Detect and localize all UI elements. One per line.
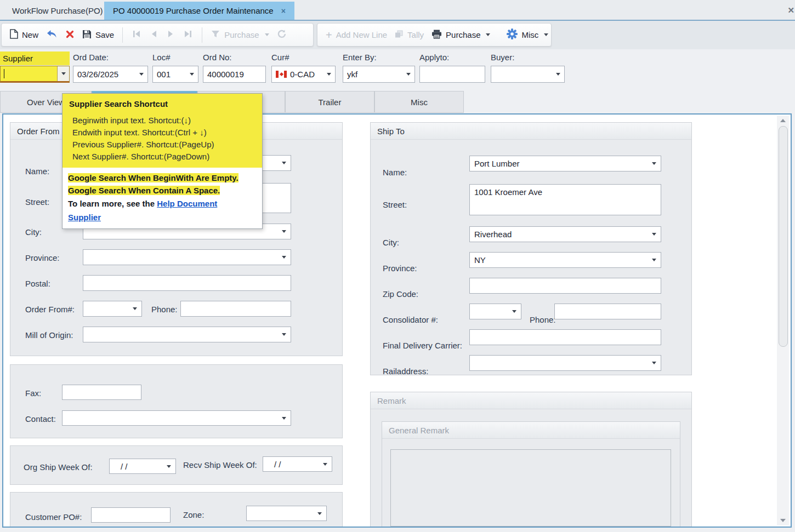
misc-label: Misc xyxy=(521,30,538,39)
city-label: City: xyxy=(383,238,399,247)
chevron-down-icon xyxy=(282,333,286,336)
supplier-link[interactable]: Supplier xyxy=(68,213,101,222)
page-tab-trailer[interactable]: Trailer xyxy=(285,91,374,113)
tab-workflow-purchase[interactable]: WorkFlow Purchase(PO) xyxy=(3,2,112,20)
chevron-down-icon xyxy=(282,162,286,164)
zip-code-input[interactable] xyxy=(469,278,661,294)
enter-by-value: ykf xyxy=(347,70,406,79)
nav-first-button[interactable] xyxy=(131,30,142,40)
buyer-combobox[interactable] xyxy=(491,66,565,83)
vertical-scrollbar[interactable] xyxy=(777,116,789,525)
nav-next-icon xyxy=(166,30,175,40)
customer-po-input[interactable] xyxy=(91,507,171,523)
toolbar-group-actions: + Add New Line Tally Purchase Misc xyxy=(317,23,552,47)
tally-copy-icon xyxy=(395,30,404,40)
page-tab-misc[interactable]: Misc xyxy=(374,91,464,113)
zone-label: Zone: xyxy=(183,510,204,519)
nav-next-button[interactable] xyxy=(166,30,175,40)
ord-no-value: 40000019 xyxy=(207,70,262,79)
general-remark-textarea[interactable] xyxy=(390,449,671,527)
cur-combobox[interactable]: 0-CAD xyxy=(271,66,336,83)
nav-previous-button[interactable] xyxy=(150,30,158,40)
enter-by-combobox[interactable]: ykf xyxy=(343,66,415,83)
postal-label: Postal: xyxy=(25,279,50,288)
fax-input[interactable] xyxy=(62,385,141,400)
tally-button[interactable]: Tally xyxy=(395,30,424,40)
ship-to-name-combobox[interactable]: Port Lumber xyxy=(469,156,661,171)
consolidator-combobox[interactable] xyxy=(469,304,521,319)
order-from-postal-input[interactable] xyxy=(83,275,291,291)
new-button[interactable]: New xyxy=(10,29,38,41)
buyer-label: Buyer: xyxy=(491,53,514,62)
chevron-down-icon xyxy=(282,230,286,233)
ship-week-group: Org Ship Week Of: / / Recv Ship Week Of:… xyxy=(10,445,343,485)
toolbar-separator xyxy=(122,27,123,43)
applyto-input[interactable] xyxy=(419,66,485,83)
street-label: Street: xyxy=(383,200,407,209)
order-from-no-combobox[interactable] xyxy=(83,301,142,317)
general-remark-group: General Remark xyxy=(382,421,680,527)
add-new-line-button[interactable]: + Add New Line xyxy=(326,30,387,39)
nav-last-button[interactable] xyxy=(183,30,194,40)
misc-button[interactable]: Misc xyxy=(507,28,548,41)
scroll-down-button[interactable] xyxy=(777,516,789,525)
print-purchase-label: Purchase xyxy=(446,30,480,39)
print-purchase-button[interactable]: Purchase xyxy=(431,30,490,41)
learn-more-text: To learn more, see the xyxy=(68,199,157,208)
final-delivery-carrier-input[interactable] xyxy=(469,329,661,345)
ord-date-combobox[interactable]: 03/26/2025 xyxy=(73,66,148,83)
filter-purchase-button[interactable]: Purchase xyxy=(211,30,269,40)
ship-to-header: Ship To xyxy=(371,123,691,140)
ord-no-input[interactable]: 40000019 xyxy=(203,66,266,83)
mill-of-origin-combobox[interactable] xyxy=(83,327,291,342)
arrow-down-icon xyxy=(780,519,786,522)
name-label: Name: xyxy=(383,168,407,177)
tab-po-maintenance[interactable]: PO 40000019 Purchase Order Maintenance × xyxy=(104,2,294,20)
remark-header: Remark xyxy=(371,392,691,409)
railaddress-combobox[interactable] xyxy=(469,355,661,371)
page-tab-label: Over View xyxy=(27,98,65,107)
undo-icon xyxy=(46,30,58,41)
general-remark-title: General Remark xyxy=(389,426,449,435)
ship-to-province-combobox[interactable]: NY xyxy=(469,252,661,268)
tooltip-shortcut-line: Endwith input text. Shortcut:(Ctrl + ↓) xyxy=(69,127,255,139)
tally-label: Tally xyxy=(407,30,424,39)
customer-po-group: Customer PO#: Zone: xyxy=(10,492,343,528)
refresh-button[interactable] xyxy=(277,29,287,41)
zone-combobox[interactable] xyxy=(246,506,327,521)
recv-ship-week-combobox[interactable]: / / xyxy=(263,456,332,472)
undo-button[interactable] xyxy=(46,30,58,41)
cur-value: 0-CAD xyxy=(290,70,327,79)
scrollbar-thumb[interactable] xyxy=(779,126,788,347)
ship-to-phone-input[interactable] xyxy=(554,304,661,319)
supplier-dropdown-button[interactable] xyxy=(57,66,69,81)
ship-to-street-textarea[interactable]: 1001 Kroemer Ave xyxy=(469,184,661,215)
tooltip-highlight-line: Google Search When Contain A Space. xyxy=(68,186,220,195)
supplier-combobox[interactable] xyxy=(0,66,70,83)
org-ship-week-combobox[interactable]: / / xyxy=(109,459,176,474)
fax-contact-group: Fax: Contact: xyxy=(10,364,343,438)
supplier-label: Supplier xyxy=(0,52,70,65)
general-remark-header: General Remark xyxy=(382,422,680,439)
chevron-down-icon xyxy=(61,72,66,75)
chevron-down-icon xyxy=(139,73,144,76)
delete-button[interactable] xyxy=(65,30,75,41)
fax-label: Fax: xyxy=(25,388,41,398)
help-document-link[interactable]: Help Document xyxy=(157,199,217,208)
tab-label: WorkFlow Purchase(PO) xyxy=(12,6,103,15)
order-from-province-combobox[interactable] xyxy=(83,249,291,265)
contact-combobox[interactable] xyxy=(62,410,291,426)
new-label: New xyxy=(22,30,38,39)
tab-close-icon[interactable]: × xyxy=(281,7,286,15)
loc-combobox[interactable]: 001 xyxy=(152,66,198,83)
ord-no-label: Ord No: xyxy=(203,53,232,62)
ship-to-city-combobox[interactable]: Riverhead xyxy=(469,226,661,242)
order-from-phone-input[interactable] xyxy=(180,301,291,317)
chevron-down-icon xyxy=(282,256,286,259)
close-icon[interactable]: ✕ xyxy=(787,5,794,15)
org-ship-week-label: Org Ship Week Of: xyxy=(24,462,93,472)
filter-funnel-icon xyxy=(211,30,220,40)
scroll-up-button[interactable] xyxy=(777,116,789,125)
ship-to-province-value: NY xyxy=(474,255,652,265)
save-button[interactable]: Save xyxy=(82,30,114,41)
